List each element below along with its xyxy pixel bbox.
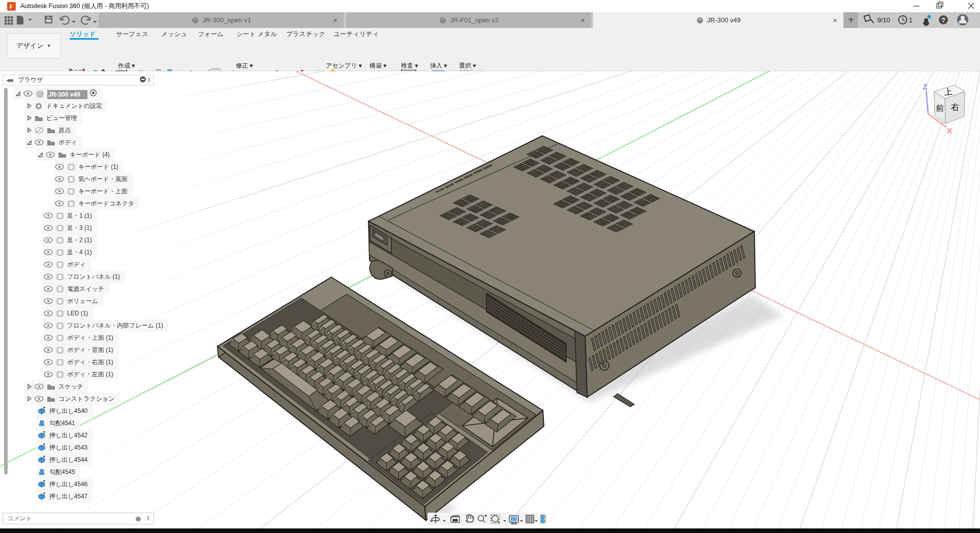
svg-text:右: 右 (951, 103, 959, 111)
svg-text:1: 1 (909, 16, 912, 24)
svg-text:Autodesk Fusion 360 (個人用 - 商用利: Autodesk Fusion 360 (個人用 - 商用利用不可) (20, 3, 149, 10)
svg-text:F: F (10, 4, 13, 10)
svg-text:上: 上 (943, 87, 953, 97)
svg-text:前: 前 (936, 104, 944, 112)
svg-text:X: X (947, 126, 952, 135)
svg-text:9/10: 9/10 (877, 16, 890, 24)
svg-text:?: ? (941, 17, 945, 24)
svg-text:Z: Z (923, 82, 927, 91)
